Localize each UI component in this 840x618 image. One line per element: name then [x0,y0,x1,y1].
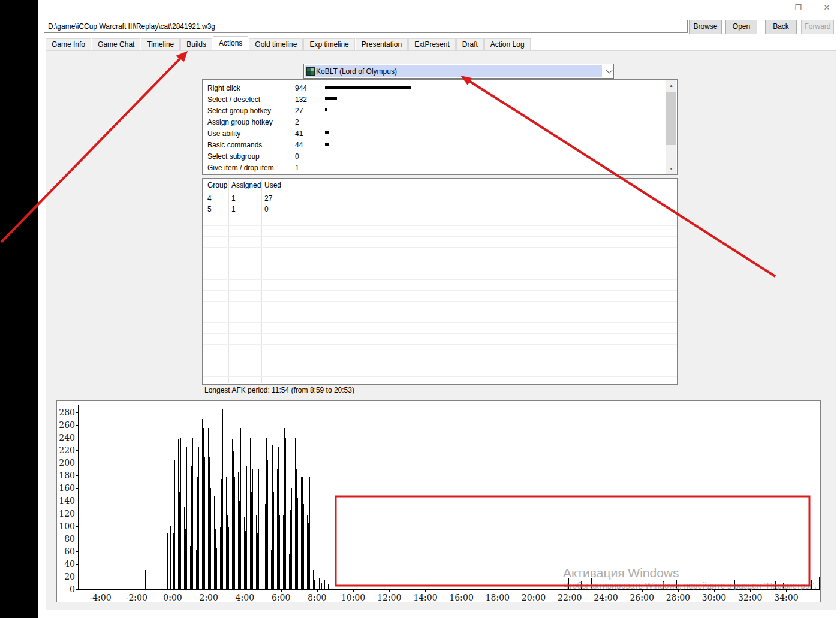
chart-bar [243,477,243,589]
chart-bar [185,529,186,589]
windows-activation-watermark-subtext: Чтобы активировать Windows, перейдите в … [563,581,817,590]
chart-bar [204,457,205,589]
chart-bar [257,533,258,589]
x-tick-mark [173,590,173,592]
chart-bar [170,526,171,589]
tab-game-info[interactable]: Game Info [46,38,91,50]
x-tick-mark [209,590,209,592]
chart-bar [300,535,300,589]
minimize-button[interactable]: — [761,1,779,14]
stat-label: Give item / drop item [207,164,274,172]
x-tick-mark [281,590,282,592]
apm-chart: 020406080100120140160180200220240260280-… [56,400,821,602]
tab-draft[interactable]: Draft [456,38,484,50]
stat-bar [325,86,411,89]
table-cell: 1 [231,194,236,203]
x-tick-mark [462,590,462,592]
tab-exp-timeline[interactable]: Exp timeline [303,38,354,50]
tab-timeline[interactable]: Timeline [141,38,180,50]
chart-bar [302,477,303,589]
tab-actions[interactable]: Actions [213,36,248,50]
stat-row: Basic commands44 [203,139,677,150]
chart-bar [180,438,181,589]
back-button[interactable]: Back [765,20,797,34]
chart-bar [306,477,306,589]
chart-bar [301,477,302,589]
x-tick-label: 26:00 [624,593,660,602]
replay-path-input[interactable] [44,20,688,33]
y-tick-label: 260 [58,420,75,430]
chevron-down-icon [606,67,612,73]
chart-bar [272,445,273,589]
chart-bar [309,477,310,589]
stat-bar [325,108,327,111]
chart-bar [285,438,286,589]
forward-button: Forward [801,20,834,34]
tab-extpresent[interactable]: ExtPresent [408,38,456,50]
column-header-group: Group [207,181,227,189]
stats-scrollbar[interactable]: ▲ ▼ [666,80,676,174]
chart-bar [236,517,236,589]
chart-bar [225,450,225,589]
x-tick-label: 14:00 [407,593,443,602]
chart-bar [319,578,320,589]
chart-bar [188,477,188,589]
stat-value: 944 [295,84,307,92]
stat-label: Right click [207,84,240,92]
close-button[interactable]: ✕ [818,1,836,14]
x-tick-mark [245,590,245,592]
table-cell: 5 [207,205,212,213]
chart-bar [267,460,268,589]
x-tick-label: 32:00 [732,593,768,602]
chart-bar [208,428,209,589]
y-tick-mark [76,514,78,514]
chart-bar [203,428,204,589]
scrollbar-thumb[interactable] [666,92,676,145]
chart-bar [282,477,282,589]
group-hotkeys-table: Group Assigned Used 4127510 [202,178,678,385]
chart-bar [305,527,305,589]
chart-bar [246,466,247,589]
chart-bar [194,482,194,589]
tab-builds[interactable]: Builds [180,38,212,50]
tab-game-chat[interactable]: Game Chat [92,38,140,50]
chart-bar [165,554,165,589]
y-tick-label: 160 [58,483,75,493]
chart-bar [263,438,263,589]
tab-presentation[interactable]: Presentation [356,38,408,50]
chart-bar [214,496,215,589]
table-row[interactable]: 4127 [203,193,677,204]
chart-bar [237,546,237,589]
stat-bar [325,131,329,134]
chart-bar [145,570,146,589]
chart-bar [245,531,246,589]
chart-bar [183,458,183,589]
stat-bar [325,143,329,146]
x-tick-label: 2:00 [191,593,227,602]
scroll-up-icon[interactable]: ▲ [666,80,676,91]
x-tick-label: 30:00 [696,593,732,602]
chart-bar [260,409,260,589]
x-tick-mark [534,590,534,592]
scroll-down-icon[interactable]: ▼ [666,164,676,174]
table-row[interactable]: 510 [203,204,677,215]
player-select-dropdown[interactable]: KoBLT (Lord of Olympus) [303,64,614,79]
chart-bar [240,428,241,589]
chart-bar [307,515,308,589]
open-button[interactable]: Open [725,20,757,34]
browse-button[interactable]: Browse [689,20,722,34]
tab-bar: Game InfoGame ChatTimelineBuildsActionsG… [46,37,531,50]
restore-button[interactable]: ❐ [789,1,807,14]
y-tick-label: 180 [58,471,75,480]
chart-bar [266,438,267,589]
chart-bar [200,496,200,589]
chart-bar [226,477,227,589]
y-tick-label: 140 [58,496,75,505]
chart-bar [275,521,275,589]
action-stats-panel: Right click944Select / deselect132Select… [202,79,678,175]
selected-player-label: KoBLT (Lord of Olympus) [316,67,397,76]
tab-gold-timeline[interactable]: Gold timeline [249,38,303,50]
tab-action-log[interactable]: Action Log [484,38,531,50]
y-tick-mark [76,501,78,501]
x-tick-label: 28:00 [660,593,696,602]
